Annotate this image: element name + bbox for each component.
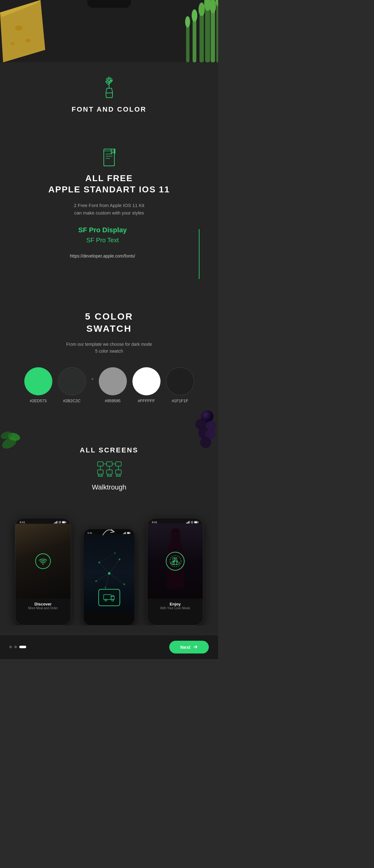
nav-dot-2 bbox=[14, 646, 17, 648]
swatch-item-4: #FFFFFF bbox=[132, 367, 160, 403]
phone-right-time: 9:41 bbox=[152, 521, 157, 524]
font-display-name: SF Pro Display bbox=[19, 226, 186, 234]
cheese-decoration bbox=[0, 0, 45, 62]
vertical-divider bbox=[199, 229, 199, 279]
bottom-nav: Next bbox=[0, 635, 218, 659]
nav-dot-3-active bbox=[19, 646, 26, 648]
blueberry-decor bbox=[190, 409, 218, 449]
phone-left-time: 9:41 bbox=[20, 521, 25, 524]
navigation-dots bbox=[9, 646, 26, 648]
svg-line-76 bbox=[99, 562, 110, 574]
svg-rect-88 bbox=[198, 522, 198, 523]
svg-rect-64 bbox=[66, 522, 66, 523]
font-text-name: SF Pro Text bbox=[19, 237, 186, 244]
swatch-circle-4 bbox=[132, 367, 160, 395]
asparagus-decoration bbox=[159, 0, 218, 62]
svg-line-78 bbox=[96, 574, 110, 581]
arrow-right-icon bbox=[193, 645, 198, 649]
svg-rect-49 bbox=[98, 470, 103, 474]
swatch-description: From our template we choose for dark mod… bbox=[6, 341, 212, 355]
svg-rect-5 bbox=[199, 9, 204, 62]
font-info-layout: SF Pro Display SF Pro Text https://devel… bbox=[6, 226, 212, 279]
swatch-circle-2 bbox=[58, 367, 86, 395]
swatch-item-3: #959595 bbox=[99, 367, 127, 403]
swatch-circle-5 bbox=[166, 367, 194, 395]
svg-point-65 bbox=[42, 563, 44, 565]
color-swatch-section: 5 COLOR SWATCH From our template we choo… bbox=[0, 291, 218, 424]
svg-rect-63 bbox=[62, 522, 65, 523]
svg-rect-57 bbox=[116, 470, 121, 474]
swatch-title: 5 COLOR SWATCH bbox=[6, 310, 212, 335]
svg-point-85 bbox=[191, 521, 193, 523]
phone-right-sublabel: With Your Love Meals bbox=[152, 607, 198, 610]
svg-rect-41 bbox=[98, 462, 103, 466]
flower-vase-icon bbox=[100, 75, 119, 100]
svg-point-37 bbox=[200, 437, 211, 448]
svg-rect-7 bbox=[193, 16, 196, 62]
svg-rect-68 bbox=[130, 532, 131, 533]
svg-line-77 bbox=[110, 559, 120, 574]
swatches-row: #2ED573 #2B2C2C #959595 #FFFFFF bbox=[6, 367, 212, 403]
swatch-circle-3 bbox=[99, 367, 127, 395]
page-wrapper: FONT AND COLOR ALL FREE APPLE STANDART I… bbox=[0, 0, 218, 659]
phone-notch-top bbox=[87, 0, 131, 8]
phone-right-label: Enjoy bbox=[152, 602, 198, 607]
svg-rect-67 bbox=[127, 532, 129, 533]
swatch-label-5: #1F1F1F bbox=[172, 399, 188, 403]
swatch-label-4: #FFFFFF bbox=[138, 399, 155, 403]
svg-rect-43 bbox=[116, 462, 121, 466]
svg-rect-11 bbox=[211, 6, 215, 62]
all-screens-section: ALL SCREENS bbox=[0, 424, 218, 635]
phone-left: 9:41 bbox=[15, 518, 71, 625]
svg-marker-0 bbox=[0, 0, 45, 62]
swatch-label-2: #2B2C2C bbox=[63, 399, 81, 403]
font-color-section: FONT AND COLOR bbox=[0, 62, 218, 132]
svg-rect-13 bbox=[186, 22, 189, 62]
phone-right: 9:41 bbox=[147, 518, 203, 625]
svg-rect-15 bbox=[216, 0, 218, 62]
dot-separator bbox=[92, 367, 93, 403]
svg-line-80 bbox=[106, 574, 110, 587]
font-color-title: FONT AND COLOR bbox=[6, 105, 212, 114]
swatch-item-1: #2ED573 bbox=[24, 367, 52, 403]
svg-rect-25 bbox=[104, 149, 114, 166]
mint-decor bbox=[0, 424, 25, 456]
next-button[interactable]: Next bbox=[169, 641, 209, 653]
phone-center-time: 9:41 bbox=[88, 532, 93, 534]
svg-point-3 bbox=[25, 39, 31, 42]
nav-dot-1 bbox=[9, 646, 12, 648]
swatch-circle-1 bbox=[24, 367, 52, 395]
svg-point-2 bbox=[15, 26, 23, 31]
svg-point-91 bbox=[171, 561, 180, 565]
svg-point-14 bbox=[185, 16, 190, 27]
font-info-left: SF Pro Display SF Pro Text https://devel… bbox=[19, 226, 186, 259]
phones-container: 9:41 bbox=[6, 501, 212, 625]
svg-rect-26 bbox=[104, 149, 114, 166]
svg-rect-87 bbox=[194, 522, 197, 523]
svg-line-79 bbox=[110, 574, 124, 584]
all-screens-title: ALL SCREENS bbox=[6, 446, 212, 454]
phone-center: 9:41 bbox=[84, 529, 135, 625]
next-button-label: Next bbox=[180, 645, 190, 650]
swatch-item-5: #1F1F1F bbox=[166, 367, 194, 403]
walkthrough-label: Walktrough bbox=[6, 483, 212, 491]
svg-rect-9 bbox=[205, 3, 210, 62]
svg-line-81 bbox=[99, 553, 115, 562]
hero-section bbox=[0, 0, 218, 62]
arrow-connector bbox=[101, 526, 117, 539]
all-free-section: ALL FREE APPLE STANDART IOS 11 2 Free Fo… bbox=[0, 132, 218, 291]
swatch-item-2: #2B2C2C bbox=[58, 367, 86, 403]
svg-rect-82 bbox=[103, 595, 111, 599]
all-free-description: 2 Free Font from Apple IOS 11 Kit can ma… bbox=[6, 202, 212, 217]
swatch-label-1: #2ED573 bbox=[30, 399, 46, 403]
swatch-label-3: #959595 bbox=[105, 399, 121, 403]
svg-rect-42 bbox=[106, 462, 112, 466]
svg-point-6 bbox=[198, 2, 205, 16]
book-icon bbox=[101, 148, 117, 166]
font-link[interactable]: https://developer.apple.com/fonts/ bbox=[70, 253, 135, 258]
svg-point-4 bbox=[10, 42, 14, 45]
screens-diagram-icon bbox=[6, 461, 212, 482]
phone-left-sublabel: More Meal and Order bbox=[20, 607, 66, 610]
svg-point-8 bbox=[192, 9, 197, 22]
all-free-title: ALL FREE APPLE STANDART IOS 11 bbox=[6, 173, 212, 195]
